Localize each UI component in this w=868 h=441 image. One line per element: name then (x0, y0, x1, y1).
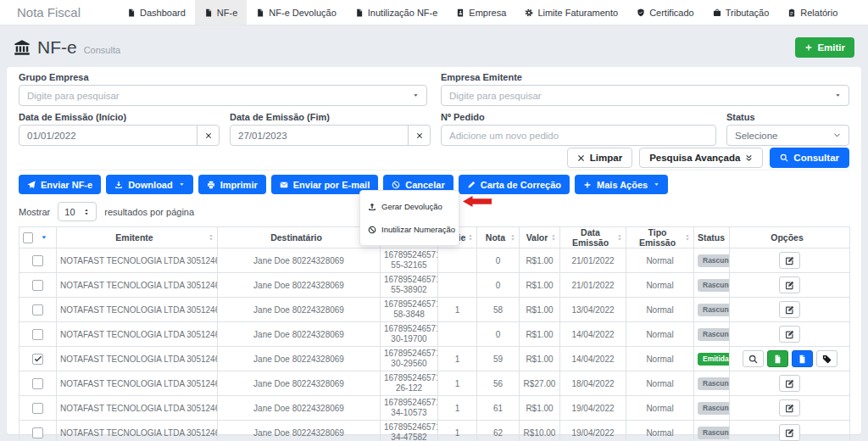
nav-item-inutilizacao-nf-e[interactable]: Inutilização NF-e (346, 0, 448, 25)
edit-button[interactable] (779, 399, 800, 416)
nfe-table: EmitenteDestinatárioSérieNotaValorData E… (19, 226, 850, 441)
edit-icon (785, 379, 794, 388)
cell-valor: R$1.00 (520, 322, 560, 347)
nav-item-label: Tributação (726, 8, 770, 18)
sort-icon[interactable] (684, 234, 691, 241)
edit-button[interactable] (779, 375, 800, 392)
sort-icon[interactable] (467, 234, 474, 241)
column-nota[interactable]: Nota (477, 227, 520, 248)
row-checkbox[interactable] (32, 255, 43, 266)
sort-icon[interactable] (208, 234, 214, 241)
view-details-button[interactable] (743, 350, 764, 367)
cell-opcoes (730, 322, 850, 347)
carta-de-correcao-button[interactable]: Carta de Correção (459, 175, 570, 194)
page-size-value: 10 (64, 207, 75, 217)
nav-item-empresa[interactable]: Empresa (447, 0, 515, 25)
tag-button[interactable] (816, 350, 837, 367)
row-checkbox[interactable] (32, 304, 43, 315)
row-checkbox[interactable] (32, 403, 43, 414)
grupo-empresa-select[interactable]: Digite para pesquisar (19, 85, 427, 106)
cell-nota: 0 (477, 273, 520, 298)
caret-down-icon (654, 181, 659, 187)
row-checkbox[interactable] (32, 280, 43, 291)
cell-select (19, 396, 57, 421)
row-checkbox[interactable] (32, 427, 43, 438)
sort-icon[interactable] (550, 234, 557, 241)
column-label: Nota (486, 232, 505, 243)
header-caret-down-icon[interactable] (41, 234, 47, 241)
data-inicio-input[interactable] (19, 125, 198, 146)
plane-icon (27, 181, 36, 189)
status-badge: Rascunho (698, 328, 730, 341)
column-tipo-emissao[interactable]: Tipo Emissão (626, 227, 694, 248)
edit-button[interactable] (779, 276, 800, 293)
cell-emitente: NOTAFAST TECNOLOGIA LTDA 30512468000126 (57, 298, 218, 322)
nav-item-nf-e[interactable]: NF-e (195, 0, 247, 25)
edit-button[interactable] (779, 301, 800, 318)
empresa-emitente-select[interactable]: Digite para pesquisar (441, 85, 849, 106)
edit-button[interactable] (779, 326, 800, 343)
nav-item-limite-faturamento[interactable]: Limite Faturamento (515, 0, 627, 25)
table-row: NOTAFAST TECNOLOGIA LTDA 30512468000126J… (19, 396, 850, 421)
download-button[interactable]: Download (106, 175, 193, 194)
document-blue-button[interactable] (792, 350, 813, 367)
column-valor[interactable]: Valor (520, 227, 560, 248)
printer-icon (207, 181, 215, 189)
cell-status: Rascunho (694, 248, 730, 273)
nav-item-nf-e-devolucao[interactable]: NF-e Devolução (247, 0, 345, 25)
row-checkbox[interactable] (32, 378, 43, 389)
menu-item-inutilizar-numeracao[interactable]: Inutilizar Numeração (360, 218, 459, 241)
row-checkbox[interactable] (32, 329, 43, 340)
cell-destinatario: Jane Doe 80224328069 (218, 396, 381, 421)
nav-item-dashboard[interactable]: Dashboard (118, 0, 195, 25)
select-all-checkbox[interactable] (23, 232, 33, 243)
cell-select (19, 371, 57, 396)
page-size-select[interactable]: 10 (58, 202, 97, 221)
row-checkbox[interactable] (32, 354, 43, 365)
cell-serie (438, 273, 477, 298)
bulk-actions-toolbar: Enviar NF-eDownloadImprimirEnviar por E-… (19, 170, 849, 194)
cell-serie: 1 (438, 421, 477, 441)
cell-data-emissao: 18/04/2022 (560, 371, 626, 396)
clear-data-inicio-button[interactable] (197, 125, 220, 146)
cell-serie: 1 (438, 298, 477, 322)
page-title: NF-e (37, 37, 77, 58)
x-icon (205, 132, 212, 139)
edit-button[interactable] (779, 424, 800, 441)
sort-icon[interactable] (616, 234, 623, 241)
emitir-button[interactable]: Emitir (795, 37, 854, 58)
nav-item-relatorio[interactable]: Relatório (778, 0, 847, 25)
data-fim-input[interactable] (230, 125, 409, 146)
column-data-emissao[interactable]: Data Emissão (560, 227, 626, 248)
status-select[interactable]: Selecione (726, 125, 849, 146)
limpar-button[interactable]: Limpar (567, 148, 632, 168)
mais-acoes-button[interactable]: Mais Ações (575, 175, 668, 194)
enviar-nf-e-button[interactable]: Enviar NF-e (19, 175, 101, 194)
menu-item-gerar-devolucao[interactable]: Gerar Devolução (360, 195, 459, 218)
table-row: NOTAFAST TECNOLOGIA LTDA 30512468000126J… (19, 273, 850, 298)
cell-chave: 1678952465718-55-38902 (381, 273, 438, 298)
nav-item-tributacao[interactable]: Tributação (704, 0, 779, 25)
consultar-button[interactable]: Consultar (770, 148, 849, 168)
edit-button[interactable] (779, 252, 800, 269)
data-inicio-label: Data de Emissão (Início) (19, 112, 220, 122)
cell-tipo-emissao: Normal (626, 421, 694, 441)
cell-serie: 1 (438, 347, 477, 371)
cell-data-emissao: 14/04/2022 (560, 347, 626, 371)
imprimir-button[interactable]: Imprimir (198, 175, 266, 194)
sort-icon[interactable] (509, 234, 516, 241)
top-navbar: Nota Fiscal DashboardNF-eNF-e DevoluçãoI… (0, 0, 868, 25)
nav-item-certificado[interactable]: Certificado (627, 0, 704, 25)
status-badge: Emitida (698, 353, 730, 366)
column-emitente[interactable]: Emitente (57, 227, 218, 248)
cell-destinatario: Jane Doe 80224328069 (218, 248, 381, 273)
document-green-button[interactable] (767, 350, 788, 367)
column-destinatario[interactable]: Destinatário (218, 227, 381, 248)
briefcase-icon (713, 8, 721, 17)
pesquisa-avancada-button[interactable]: Pesquisa Avançada (639, 148, 763, 168)
cell-nota: 62 (477, 421, 520, 441)
pedido-input[interactable] (441, 125, 716, 146)
caret-down-icon (835, 92, 841, 98)
clear-data-fim-button[interactable] (408, 125, 431, 146)
cell-chave: 1678952465711-34-47582 (381, 421, 438, 441)
